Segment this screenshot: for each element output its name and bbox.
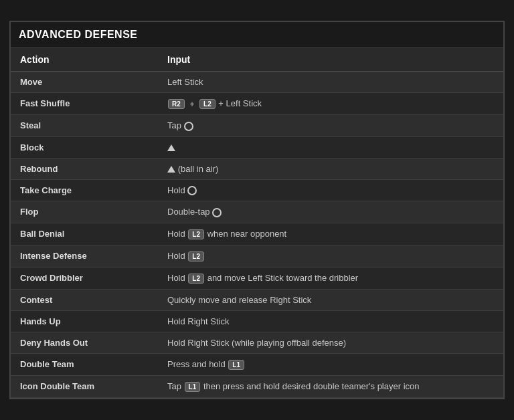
- action-cell: Deny Hands Out: [11, 332, 158, 353]
- action-cell: Contest: [11, 289, 158, 310]
- input-text: Tap: [167, 120, 184, 130]
- table-row: Block: [11, 136, 503, 158]
- table-row: Hands Up Hold Right Stick: [11, 310, 503, 332]
- action-cell: Take Charge: [11, 179, 158, 201]
- circle-icon: [212, 208, 222, 217]
- l2-badge: L2: [188, 229, 204, 239]
- l2-badge: L2: [188, 251, 204, 261]
- input-text: Hold: [167, 273, 187, 283]
- action-column-header: Action: [11, 48, 158, 72]
- input-text: Left Stick: [167, 77, 203, 87]
- input-cell: (ball in air): [158, 158, 503, 179]
- input-text: and move Left Stick toward the dribbler: [207, 273, 358, 283]
- input-text: when near opponent: [207, 229, 287, 239]
- advanced-defense-panel: ADVANCED DEFENSE Action Input Move Left …: [9, 21, 505, 399]
- table-row: Double Team Press and hold L1: [11, 353, 503, 375]
- input-text: Tap: [167, 381, 184, 391]
- table-row: Ball Denial Hold L2 when near opponent: [11, 223, 503, 245]
- triangle-icon: [167, 166, 175, 173]
- input-cell: Tap L1 then press and hold desired doubl…: [158, 375, 503, 397]
- table-row: Take Charge Hold: [11, 179, 503, 201]
- input-cell: Double-tap: [158, 201, 503, 223]
- triangle-icon: [167, 144, 175, 151]
- input-cell: Hold: [158, 179, 503, 201]
- input-text: Hold: [167, 251, 187, 261]
- l1-badge: L1: [185, 382, 201, 392]
- input-cell: Hold L2 and move Left Stick toward the d…: [158, 267, 503, 289]
- input-text: + Left Stick: [218, 98, 262, 108]
- action-cell: Fast Shuffle: [11, 92, 158, 114]
- input-cell: Press and hold L1: [158, 353, 503, 375]
- input-cell: Hold L2 when near opponent: [158, 223, 503, 245]
- l2-badge: L2: [199, 99, 216, 109]
- input-cell: [158, 136, 503, 158]
- input-text: Quickly move and release Right Stick: [167, 295, 311, 305]
- table-header-row: Action Input: [11, 48, 503, 72]
- input-cell: R2 + L2 + Left Stick: [158, 92, 503, 114]
- panel-title: ADVANCED DEFENSE: [11, 22, 503, 48]
- table-row: Move Left Stick: [11, 71, 503, 92]
- input-text: Hold Right Stick (while playing offball …: [167, 338, 346, 348]
- circle-icon: [187, 186, 197, 195]
- table-row: Crowd Dribbler Hold L2 and move Left Sti…: [11, 267, 503, 289]
- action-cell: Rebound: [11, 158, 158, 179]
- input-text: Hold: [167, 229, 187, 239]
- input-text: Hold Right Stick: [167, 316, 229, 326]
- table-row: Fast Shuffle R2 + L2 + Left Stick: [11, 92, 503, 114]
- input-text: Hold: [167, 185, 187, 195]
- input-cell: Hold L2: [158, 245, 503, 267]
- input-cell: Quickly move and release Right Stick: [158, 289, 503, 310]
- table-row: Intense Defense Hold L2: [11, 245, 503, 267]
- action-cell: Ball Denial: [11, 223, 158, 245]
- action-cell: Double Team: [11, 353, 158, 375]
- l1-badge: L1: [228, 360, 244, 370]
- input-text: then press and hold desired double teame…: [203, 381, 420, 391]
- input-text: Double-tap: [167, 207, 212, 217]
- table-row: Flop Double-tap: [11, 201, 503, 223]
- l2-badge: L2: [188, 274, 204, 284]
- action-cell: Hands Up: [11, 310, 158, 332]
- table-row: Deny Hands Out Hold Right Stick (while p…: [11, 332, 503, 353]
- action-cell: Intense Defense: [11, 245, 158, 267]
- action-cell: Block: [11, 136, 158, 158]
- action-cell: Steal: [11, 115, 158, 137]
- input-cell: Hold Right Stick: [158, 310, 503, 332]
- action-cell: Flop: [11, 201, 158, 223]
- input-text: Press and hold: [167, 359, 228, 369]
- input-column-header: Input: [158, 48, 503, 72]
- input-cell: Left Stick: [158, 71, 503, 92]
- r2-badge: R2: [168, 99, 185, 109]
- input-text: (ball in air): [178, 164, 219, 174]
- action-cell: Icon Double Team: [11, 375, 158, 397]
- table-row: Icon Double Team Tap L1 then press and h…: [11, 375, 503, 397]
- action-cell: Crowd Dribbler: [11, 267, 158, 289]
- circle-icon: [184, 122, 193, 131]
- table-row: Rebound (ball in air): [11, 158, 503, 179]
- action-cell: Move: [11, 71, 158, 92]
- input-cell: Hold Right Stick (while playing offball …: [158, 332, 503, 353]
- plus-sign: +: [189, 100, 194, 109]
- table-row: Contest Quickly move and release Right S…: [11, 289, 503, 310]
- table-row: Steal Tap: [11, 115, 503, 137]
- input-cell: Tap: [158, 115, 503, 137]
- controls-table: Action Input Move Left Stick Fast Shuffl…: [11, 48, 503, 398]
